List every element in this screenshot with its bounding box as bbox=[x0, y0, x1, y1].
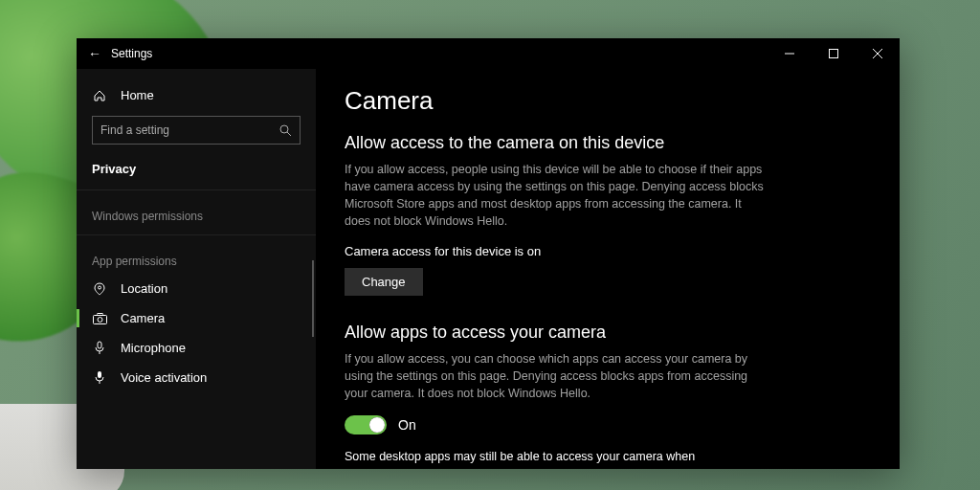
minimize-button[interactable] bbox=[768, 38, 812, 69]
svg-rect-8 bbox=[98, 313, 102, 315]
sidebar-section-windows-permissions: Windows permissions bbox=[77, 196, 316, 229]
svg-point-6 bbox=[99, 286, 101, 289]
search-input[interactable]: Find a setting bbox=[92, 116, 301, 145]
svg-rect-10 bbox=[98, 342, 101, 348]
svg-point-9 bbox=[98, 317, 102, 322]
sidebar-category-privacy[interactable]: Privacy bbox=[77, 154, 316, 184]
sidebar-privacy-label: Privacy bbox=[92, 162, 136, 176]
close-icon bbox=[873, 49, 882, 58]
svg-point-4 bbox=[280, 125, 288, 133]
section-body-device-access: If you allow access, people using this d… bbox=[345, 161, 766, 231]
svg-rect-7 bbox=[93, 315, 106, 323]
page-title: Camera bbox=[345, 86, 871, 116]
sidebar-section-app-permissions: App permissions bbox=[77, 241, 316, 274]
back-arrow-icon[interactable]: ← bbox=[88, 46, 111, 61]
titlebar: ← Settings bbox=[77, 38, 900, 69]
camera-icon bbox=[92, 313, 107, 324]
sidebar-item-label: Camera bbox=[121, 311, 165, 325]
section-heading-device-access: Allow access to the camera on this devic… bbox=[345, 133, 871, 153]
sidebar-item-voice-activation[interactable]: Voice activation bbox=[77, 363, 316, 392]
change-button[interactable]: Change bbox=[345, 268, 423, 296]
sidebar-item-label: Voice activation bbox=[121, 370, 207, 385]
svg-rect-12 bbox=[98, 371, 101, 378]
window-title: Settings bbox=[111, 47, 152, 60]
svg-line-5 bbox=[287, 132, 291, 136]
main-content: Camera Allow access to the camera on thi… bbox=[316, 69, 900, 469]
sidebar-item-label: Location bbox=[121, 281, 167, 296]
microphone-icon bbox=[92, 341, 107, 355]
sidebar-item-microphone[interactable]: Microphone bbox=[77, 333, 316, 363]
minimize-icon bbox=[785, 49, 794, 58]
settings-window: ← Settings Home Find a setting bbox=[77, 38, 900, 469]
maximize-button[interactable] bbox=[812, 38, 856, 69]
close-button[interactable] bbox=[856, 38, 900, 69]
sidebar-home-label: Home bbox=[121, 88, 154, 102]
location-icon bbox=[92, 282, 107, 296]
search-icon bbox=[279, 124, 292, 137]
search-placeholder: Find a setting bbox=[100, 123, 169, 137]
svg-rect-1 bbox=[830, 50, 838, 58]
desktop-apps-note: Some desktop apps may still be able to a… bbox=[345, 448, 766, 465]
toggle-label: On bbox=[398, 417, 416, 433]
home-icon bbox=[92, 89, 107, 102]
apps-access-toggle[interactable] bbox=[345, 415, 387, 434]
sidebar-item-camera[interactable]: Camera bbox=[77, 303, 316, 333]
sidebar-home[interactable]: Home bbox=[77, 80, 316, 110]
sidebar: Home Find a setting Privacy Windows perm… bbox=[77, 69, 316, 469]
sidebar-scrollbar[interactable] bbox=[312, 260, 314, 337]
sidebar-item-label: Microphone bbox=[121, 341, 186, 355]
device-access-status: Camera access for this device is on bbox=[345, 244, 871, 258]
section-body-app-access: If you allow access, you can choose whic… bbox=[345, 350, 766, 402]
sidebar-item-location[interactable]: Location bbox=[77, 274, 316, 303]
maximize-icon bbox=[829, 49, 838, 58]
voice-activation-icon bbox=[92, 370, 107, 385]
section-heading-app-access: Allow apps to access your camera bbox=[345, 323, 871, 343]
